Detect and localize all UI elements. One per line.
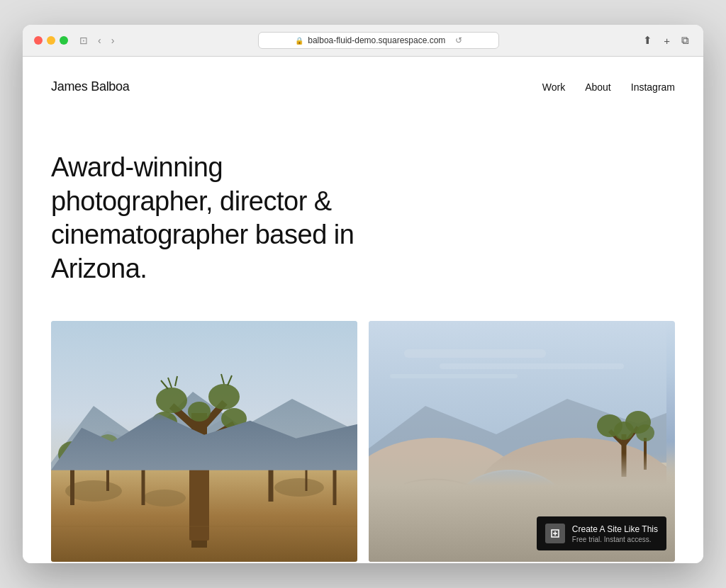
svg-point-8 [95,434,121,463]
svg-point-43 [369,438,525,544]
nav-work[interactable]: Work [542,81,565,93]
svg-point-10 [296,441,316,463]
svg-line-50 [624,427,638,445]
svg-point-19 [152,412,177,433]
svg-line-24 [161,380,168,389]
svg-point-6 [274,478,324,497]
svg-point-5 [143,490,186,507]
svg-line-16 [199,424,234,445]
svg-point-55 [636,424,654,441]
photo-left [51,321,357,562]
site-header: James Balboa Work About Instagram [23,57,703,108]
svg-line-23 [175,376,177,386]
svg-line-26 [228,375,232,385]
svg-line-25 [221,374,224,384]
svg-marker-40 [369,399,666,463]
minimize-button[interactable] [47,36,55,45]
maximize-button[interactable] [60,36,68,45]
hero-tagline: Award-winning photographer, director & c… [51,151,377,285]
svg-rect-0 [51,321,357,562]
reload-icon[interactable]: ↺ [455,35,462,45]
left-photo-svg [51,321,357,562]
svg-point-51 [597,414,622,437]
svg-line-15 [164,427,199,445]
squarespace-badge[interactable]: Create A Site Like This Free trial. Inst… [537,516,666,550]
site-nav: Work About Instagram [542,81,675,93]
svg-rect-37 [404,349,546,358]
svg-point-21 [188,402,211,422]
browser-window: ⊡ ‹ › 🔒 balboa-fluid-demo.squarespace.co… [23,25,703,563]
sidebar-toggle-button[interactable]: ⊡ [77,33,91,47]
svg-line-14 [199,402,225,431]
browser-controls: ⊡ ‹ › [77,33,117,47]
svg-point-18 [208,384,240,409]
close-button[interactable] [34,36,43,45]
url-text: balboa-fluid-demo.squarespace.com [308,35,445,45]
squarespace-icon [545,524,565,543]
svg-point-52 [625,411,651,434]
svg-point-42 [369,441,532,555]
svg-point-30 [130,439,156,462]
nav-instagram[interactable]: Instagram [631,81,675,93]
images-section: Create A Site Like This Free trial. Inst… [23,321,703,562]
traffic-lights [34,36,68,45]
hero-section: Award-winning photographer, director & c… [23,108,703,314]
svg-point-17 [156,388,187,413]
badge-subtitle: Free trial. Instant access. [572,536,658,543]
svg-marker-2 [51,420,357,491]
site-logo[interactable]: James Balboa [51,79,129,94]
photo-right: Create A Site Like This Free trial. Inst… [369,321,675,562]
svg-line-49 [610,431,624,445]
svg-rect-39 [390,374,518,378]
browser-actions: ⬆ + ⧉ [640,33,692,48]
address-bar[interactable]: 🔒 balboa-fluid-demo.squarespace.com ↺ [258,32,499,49]
browser-chrome: ⊡ ‹ › 🔒 balboa-fluid-demo.squarespace.co… [23,25,703,57]
svg-point-32 [255,434,286,463]
svg-rect-12 [189,448,209,541]
svg-point-34 [323,440,347,463]
svg-line-22 [168,378,172,388]
back-button[interactable]: ‹ [95,33,104,47]
nav-about[interactable]: About [585,81,611,93]
lock-icon: 🔒 [295,37,303,45]
svg-point-4 [65,480,122,502]
tabs-button[interactable]: ⧉ [678,33,692,48]
svg-point-53 [614,422,634,440]
badge-text-block: Create A Site Like This Free trial. Inst… [572,524,658,543]
share-button[interactable]: ⬆ [640,33,655,48]
address-bar-wrapper: 🔒 balboa-fluid-demo.squarespace.com ↺ [125,32,632,49]
forward-button[interactable]: › [108,33,118,47]
svg-rect-38 [440,363,624,369]
svg-rect-11 [191,413,207,548]
site-content: James Balboa Work About Instagram Award-… [23,57,703,563]
svg-rect-3 [51,470,357,562]
svg-marker-1 [51,392,357,484]
svg-point-28 [58,441,86,467]
new-tab-button[interactable]: + [661,33,673,48]
svg-point-20 [221,408,247,429]
svg-line-13 [172,406,199,431]
badge-title: Create A Site Like This [572,524,658,534]
